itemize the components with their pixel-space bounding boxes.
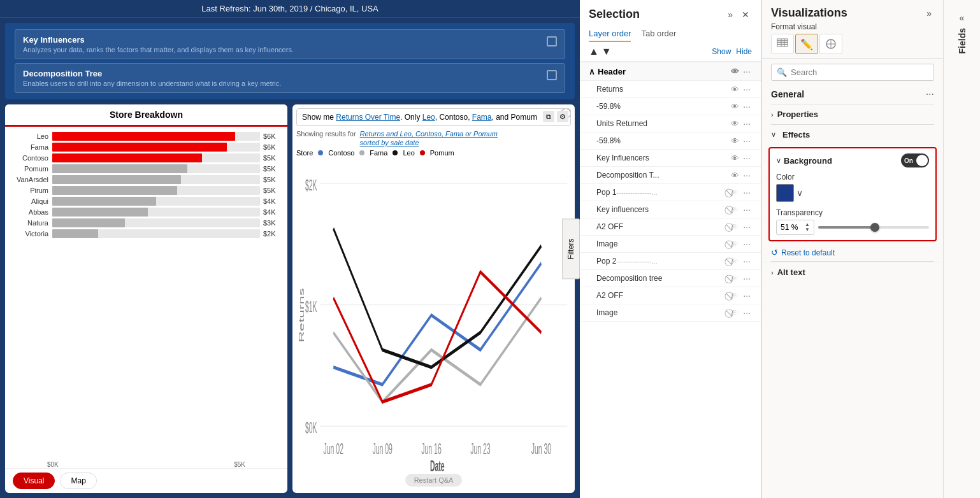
sel-item-label: Decomposition T... [596, 171, 659, 180]
visibility-icon[interactable]: 👁 [731, 85, 739, 94]
filters-tab-label: Filters [566, 239, 575, 260]
reset-icon: ↺ [771, 248, 778, 257]
list-item[interactable]: Decomposition T... 👁 ··· [580, 167, 761, 184]
map-tab[interactable]: Map [60, 473, 96, 489]
key-influencers-option[interactable]: Key Influencers Analyzes your data, rank… [15, 29, 565, 59]
search-input[interactable] [791, 68, 928, 77]
effects-expand-row[interactable]: ∨ Effects [762, 125, 943, 145]
list-item[interactable]: Decomposition tree 👁⃠ ··· [580, 270, 761, 287]
close-selection-btn[interactable]: ✕ [739, 8, 752, 21]
bar-row: Aliqui $4K [10, 197, 282, 206]
item-dots-btn[interactable]: ··· [742, 136, 752, 146]
list-item[interactable]: -59.8% 👁 ··· [580, 132, 761, 150]
expand-selection-btn[interactable]: » [725, 8, 735, 21]
item-dots-btn[interactable]: ··· [742, 239, 752, 249]
reset-row[interactable]: ↺ Reset to default [762, 244, 943, 261]
format-icon-btn[interactable]: ✏️ [795, 34, 818, 54]
list-item[interactable]: Returns 👁 ··· [580, 81, 761, 98]
item-dots-btn[interactable]: ··· [742, 222, 752, 232]
expand-viz-btn[interactable]: » [924, 7, 934, 20]
list-item[interactable]: A2 OFF 👁⃠ ··· [580, 287, 761, 304]
visibility-icon[interactable]: 👁⃠ [731, 308, 739, 318]
pct-down[interactable]: ▼ [805, 227, 810, 232]
visibility-icon[interactable]: 👁 [731, 171, 739, 180]
list-item[interactable]: Image 👁⃠ ··· [580, 236, 761, 253]
fama-dot [359, 150, 364, 155]
sel-item-label: Decomposition tree [596, 274, 662, 283]
qa-returns-link[interactable]: Returns Over Time [336, 113, 400, 122]
list-item[interactable]: Pop 2 ‑‑‑‑‑‑‑‑‑‑‑‑‑‑‑... 👁⃠ ··· [580, 253, 761, 270]
fields-label[interactable]: Fields [957, 28, 967, 53]
move-up-btn[interactable]: ▲ [589, 46, 599, 57]
list-item[interactable]: -59.8% 👁 ··· [580, 98, 761, 115]
sel-item-icons: 👁⃠ ··· [731, 239, 752, 249]
slider-knob[interactable] [870, 223, 879, 232]
item-dots-btn[interactable]: ··· [742, 153, 752, 163]
item-dots-btn[interactable]: ··· [742, 101, 752, 111]
list-item[interactable]: Units Returned 👁 ··· [580, 115, 761, 132]
header-dots-btn[interactable]: ··· [742, 66, 752, 76]
visibility-icon[interactable]: 👁 [731, 102, 739, 111]
visibility-icon[interactable]: 👁⃠ [731, 274, 739, 283]
bar-track [52, 186, 260, 195]
show-btn[interactable]: Show [712, 47, 731, 56]
list-item[interactable]: Key Influencers 👁 ··· [580, 150, 761, 167]
visibility-icon[interactable]: 👁⃠ [731, 205, 739, 215]
selection-group-header: ∧ Header 👁 ··· [580, 62, 761, 81]
item-dots-btn[interactable]: ··· [742, 187, 752, 197]
item-dots-btn[interactable]: ··· [742, 256, 752, 266]
list-item[interactable]: A2 OFF 👁⃠ ··· [580, 218, 761, 236]
decomposition-tree-option[interactable]: Decomposition Tree Enables users to dril… [15, 63, 565, 93]
layer-order-tab[interactable]: Layer order [589, 26, 631, 42]
visibility-icon[interactable]: 👁 [731, 119, 739, 129]
item-dots-btn[interactable]: ··· [742, 290, 752, 301]
properties-row[interactable]: › Properties [762, 104, 943, 124]
move-down-btn[interactable]: ▼ [602, 46, 612, 57]
leo-dot [393, 150, 398, 155]
pct-stepper[interactable]: ▲ ▼ [805, 222, 810, 232]
qa-input-box[interactable]: Show me Returns Over Time. Only Leo, Con… [296, 108, 571, 126]
qa-settings-icon[interactable]: ⚙ [557, 111, 568, 122]
item-dots-btn[interactable]: ··· [742, 204, 752, 215]
color-swatch[interactable] [776, 184, 794, 202]
list-item[interactable]: Image 👁⃠ ··· [580, 304, 761, 322]
visibility-icon[interactable]: 👁 [731, 136, 739, 146]
visibility-icon[interactable]: 👁 [731, 153, 739, 163]
background-toggle[interactable]: On [901, 153, 929, 167]
header-vis-icon[interactable]: 👁 [731, 67, 739, 76]
alt-text-row[interactable]: › Alt text [762, 262, 943, 282]
general-dots-btn[interactable]: ··· [926, 89, 934, 100]
hide-btn[interactable]: Hide [736, 47, 752, 56]
table-icon-btn[interactable] [771, 34, 794, 54]
qa-fama-link[interactable]: Fama [472, 113, 492, 122]
fields-expand-btn[interactable]: « [960, 13, 965, 23]
visibility-icon[interactable]: 👁⃠ [731, 222, 739, 232]
svg-text:$2K: $2K [305, 176, 317, 194]
item-dots-btn[interactable]: ··· [742, 308, 752, 318]
filters-tab[interactable]: Filters [562, 219, 580, 280]
qa-leo-link[interactable]: Leo [422, 113, 435, 122]
visibility-icon[interactable]: 👁⃠ [731, 188, 739, 197]
bar-value: $6K [263, 132, 282, 140]
transparency-slider[interactable] [818, 226, 929, 229]
visibility-icon[interactable]: 👁⃠ [731, 257, 739, 266]
transparency-input[interactable]: 51 % ▲ ▼ [776, 220, 814, 235]
color-chevron-icon[interactable]: ∨ [796, 188, 803, 198]
list-item[interactable]: Key influencers 👁⃠ ··· [580, 201, 761, 218]
item-dots-btn[interactable]: ··· [742, 170, 752, 180]
analytics-icon-btn[interactable] [819, 34, 842, 54]
tab-order-tab[interactable]: Tab order [641, 26, 676, 42]
qa-copy-icon[interactable]: ⧉ [543, 111, 554, 122]
item-dots-btn[interactable]: ··· [742, 118, 752, 129]
visual-tab[interactable]: Visual [13, 473, 55, 489]
qa-sorted-link[interactable]: sorted by sale date [360, 139, 419, 146]
visibility-icon[interactable]: 👁⃠ [731, 239, 739, 249]
qa-showing-link[interactable]: Returns and Leo, Contoso, Fama or Pomum [360, 130, 498, 138]
restart-qa-btn[interactable]: Restart Q&A [405, 474, 463, 487]
bar-row: Pirum $5K [10, 186, 282, 195]
list-item[interactable]: Pop 1 ‑‑‑‑‑‑‑‑‑‑‑‑‑‑‑... 👁⃠ ··· [580, 184, 761, 201]
visibility-icon[interactable]: 👁⃠ [731, 291, 739, 301]
item-dots-btn[interactable]: ··· [742, 84, 752, 94]
filters-sidebar-container: Filters [562, 219, 580, 280]
item-dots-btn[interactable]: ··· [742, 273, 752, 283]
